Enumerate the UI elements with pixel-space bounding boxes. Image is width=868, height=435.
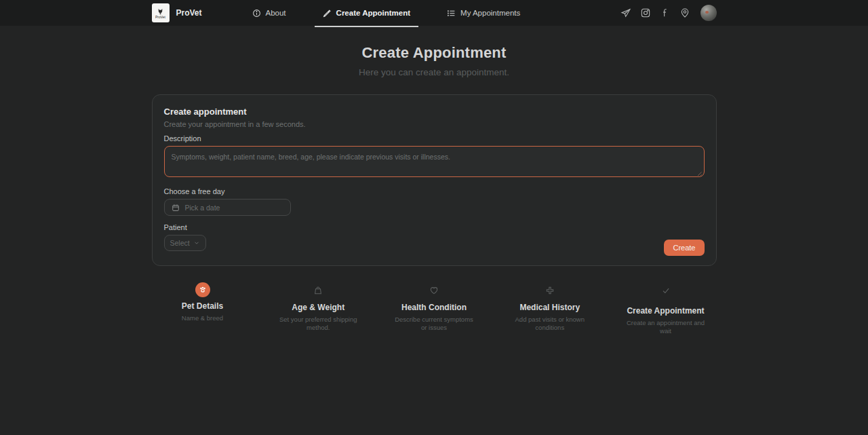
calendar-icon [172, 204, 180, 212]
nav-item-label: Create Appointment [336, 9, 410, 17]
telegram-icon[interactable] [620, 7, 631, 18]
step-create-appointment: Create Appointment Create an appointment… [615, 282, 717, 335]
cat-logo-icon [157, 7, 164, 15]
facebook-icon[interactable] [660, 7, 671, 18]
chevron-down-icon [193, 240, 200, 246]
pencil-icon [323, 9, 332, 18]
step-title: Pet Details [182, 301, 223, 311]
create-button[interactable]: Create [664, 240, 704, 256]
patient-label: Patient [164, 223, 705, 231]
description-label: Description [164, 134, 705, 143]
location-pin-icon[interactable] [679, 7, 690, 18]
step-subtitle: Set your preferred shipping method. [278, 316, 358, 332]
select-placeholder: Select [170, 239, 190, 247]
step-title: Health Condition [401, 303, 467, 312]
user-avatar[interactable] [701, 5, 717, 21]
step-title: Age & Weight [292, 303, 344, 312]
step-title: Medical History [519, 303, 580, 312]
step-health-condition: Health Condition Describe current sympto… [383, 282, 485, 335]
hero: Create Appointment Here you can create a… [0, 26, 868, 77]
description-textarea[interactable] [164, 146, 705, 177]
plus-icon [545, 282, 555, 299]
patient-select[interactable]: Select [164, 235, 206, 251]
nav-item-label: About [266, 9, 286, 17]
create-appointment-card: Create appointment Create your appointme… [152, 94, 717, 266]
date-picker-input[interactable]: Pick a date [164, 199, 291, 216]
step-subtitle: Add past visits or known conditions [510, 316, 590, 332]
nav-item-my-appointments[interactable]: My Appointments [439, 0, 528, 26]
social-links [620, 5, 717, 21]
main-nav: About Create Appointment My Appointments [244, 0, 529, 26]
navbar: ProVet ProVet About Create Appointment [0, 0, 868, 26]
step-title: Create Appointment [627, 306, 704, 316]
page-subtitle: Here you can create an appointment. [0, 67, 868, 77]
step-subtitle: Name & breed [182, 314, 223, 322]
check-icon [661, 282, 671, 299]
list-icon [447, 9, 456, 18]
provet-logo: ProVet [152, 3, 170, 22]
step-subtitle: Describe current symptoms or issues [394, 316, 474, 332]
brand[interactable]: ProVet ProVet [152, 3, 202, 22]
card-title: Create appointment [164, 107, 705, 117]
card-subtitle: Create your appointment in a few seconds… [164, 120, 705, 128]
step-medical-history: Medical History Add past visits or known… [499, 282, 601, 335]
date-label: Choose a free day [164, 187, 705, 195]
brand-name: ProVet [176, 8, 202, 18]
nav-item-create-appointment[interactable]: Create Appointment [315, 0, 418, 26]
instagram-icon[interactable] [640, 7, 651, 18]
heart-icon [429, 282, 439, 299]
step-age-weight: Age & Weight Set your preferred shipping… [267, 282, 369, 335]
step-subtitle: Create an appointment and wait [626, 319, 706, 335]
paw-icon [195, 282, 210, 297]
date-placeholder: Pick a date [185, 204, 220, 212]
page-title: Create Appointment [0, 44, 868, 62]
info-icon [252, 9, 261, 18]
nav-item-about[interactable]: About [244, 0, 294, 26]
step-pet-details: Pet Details Name & breed [152, 282, 254, 335]
bag-icon [313, 282, 323, 299]
steps-row: Pet Details Name & breed Age & Weight Se… [152, 282, 717, 335]
nav-item-label: My Appointments [460, 9, 520, 17]
logo-caption: ProVet [155, 16, 165, 19]
